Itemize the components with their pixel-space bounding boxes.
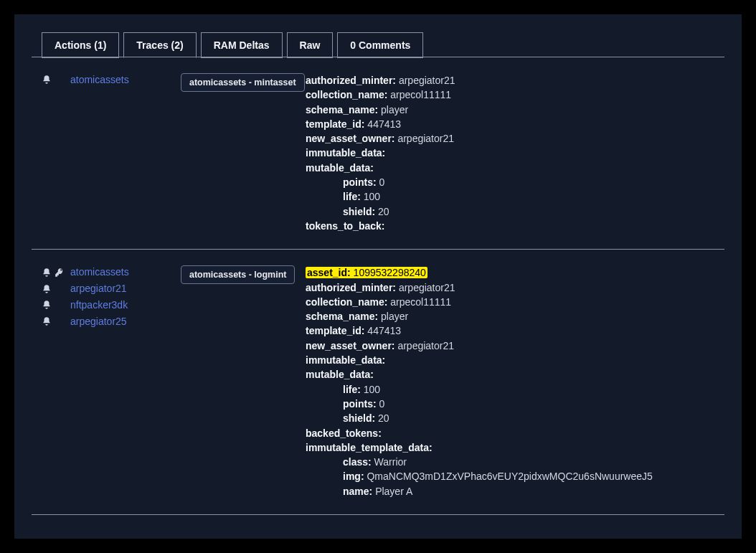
data-key: points: <box>343 398 377 410</box>
data-key: template_id: <box>306 325 364 336</box>
data-row: immutable_data: <box>306 353 720 367</box>
data-value: 20 <box>378 206 389 217</box>
data-key: mutable_data: <box>306 162 374 174</box>
data-row: schema_name: player <box>306 103 720 117</box>
account-row: arpegiator25 <box>42 315 181 329</box>
data-value: arpegiator21 <box>397 340 454 351</box>
data-value: arpegiator21 <box>397 133 454 144</box>
data-key: immutable_data: <box>306 147 385 159</box>
data-key: name: <box>343 486 372 497</box>
data-value: 447413 <box>367 325 401 336</box>
data-key: new_asset_owner: <box>306 133 395 144</box>
data-row: class: Warrior <box>306 455 720 469</box>
account-row: arpegiator21 <box>42 282 181 296</box>
key-icon <box>55 268 65 278</box>
data-value: 1099532298240 <box>354 267 426 278</box>
data-key: immutable_data: <box>306 354 385 366</box>
trace-accounts: atomicassets <box>36 73 181 233</box>
data-row: mutable_data: <box>306 367 720 382</box>
data-key: life: <box>343 384 361 395</box>
data-value: 447413 <box>367 118 401 130</box>
data-key: class: <box>343 456 372 468</box>
contract-action-pill[interactable]: atomicassets - logmint <box>181 265 295 284</box>
data-key: shield: <box>343 206 375 217</box>
data-key: img: <box>343 471 364 482</box>
data-key: backed_tokens: <box>306 427 382 439</box>
data-key: tokens_to_back: <box>306 220 384 232</box>
data-row: asset_id: 1099532298240 <box>306 265 720 280</box>
data-row: shield: 20 <box>306 204 720 219</box>
data-row: authorized_minter: arpegiator21 <box>306 280 720 295</box>
data-key: points: <box>343 176 377 188</box>
tab-actions[interactable]: Actions (1) <box>42 32 119 58</box>
data-value: arpecol11111 <box>390 296 451 308</box>
account-link[interactable]: atomicassets <box>70 73 129 87</box>
data-value: player <box>381 311 408 322</box>
data-value: 0 <box>379 398 385 410</box>
data-row: tokens_to_back: <box>306 219 720 233</box>
data-value: 100 <box>364 384 380 395</box>
data-key: collection_name: <box>306 296 387 308</box>
data-row: img: QmaNCMQ3mD1ZxVPhac6vEUY2pidxwMQC2u6… <box>306 469 720 483</box>
tab-bar: Actions (1) Traces (2) RAM Deltas Raw 0 … <box>42 32 724 57</box>
data-key: new_asset_owner: <box>306 340 395 351</box>
data-key: immutable_template_data: <box>306 442 433 453</box>
data-key: template_id: <box>306 118 364 130</box>
bell-icon <box>42 316 52 326</box>
tab-raw[interactable]: Raw <box>287 32 334 58</box>
data-key: authorized_minter: <box>306 282 396 293</box>
data-row: mutable_data: <box>306 161 720 175</box>
data-row: life: 100 <box>306 189 720 204</box>
data-row: schema_name: player <box>306 309 720 323</box>
bell-icon <box>42 268 52 278</box>
bell-icon <box>42 75 52 85</box>
data-row: authorized_minter: arpegiator21 <box>306 73 720 88</box>
data-value: Player A <box>375 486 412 497</box>
data-row: shield: 20 <box>306 411 720 425</box>
data-value: arpecol11111 <box>390 89 451 100</box>
data-row: collection_name: arpecol11111 <box>306 88 720 102</box>
data-row: points: 0 <box>306 397 720 411</box>
tab-traces[interactable]: Traces (2) <box>123 32 196 58</box>
data-row: life: 100 <box>306 382 720 397</box>
data-row: new_asset_owner: arpegiator21 <box>306 131 720 146</box>
traces-content: atomicassetsatomicassets - mintassetauth… <box>32 57 724 515</box>
data-value: arpegiator21 <box>399 282 455 293</box>
account-link[interactable]: nftpacker3dk <box>70 298 128 312</box>
data-row: new_asset_owner: arpegiator21 <box>306 339 720 353</box>
trace-data: asset_id: 1099532298240authorized_minter… <box>306 265 720 498</box>
account-link[interactable]: atomicassets <box>70 265 129 279</box>
bell-icon <box>42 300 52 310</box>
data-key: schema_name: <box>306 104 378 115</box>
data-key: collection_name: <box>306 89 387 100</box>
account-row: atomicassets <box>42 73 181 87</box>
data-key: mutable_data: <box>306 369 374 380</box>
data-row: template_id: 447413 <box>306 323 720 338</box>
data-value: player <box>381 104 408 115</box>
data-value: arpegiator21 <box>399 75 455 86</box>
trace-row: atomicassetsatomicassets - mintassetauth… <box>32 57 724 250</box>
account-link[interactable]: arpegiator21 <box>70 282 127 296</box>
data-row: points: 0 <box>306 175 720 189</box>
data-value: Warrior <box>374 456 407 468</box>
account-link[interactable]: arpegiator25 <box>70 315 127 329</box>
trace-data: authorized_minter: arpegiator21collectio… <box>306 73 720 233</box>
data-key: asset_id: <box>307 267 351 278</box>
data-key: schema_name: <box>306 311 378 322</box>
data-key: life: <box>343 191 361 202</box>
bell-icon <box>42 284 52 294</box>
data-key: authorized_minter: <box>306 75 396 86</box>
tab-ram-deltas[interactable]: RAM Deltas <box>201 32 283 58</box>
data-row: immutable_template_data: <box>306 440 720 455</box>
data-row: collection_name: arpecol11111 <box>306 295 720 309</box>
trace-accounts: atomicassetsarpegiator21nftpacker3dkarpe… <box>36 265 181 498</box>
data-value: QmaNCMQ3mD1ZxVPhac6vEUY2pidxwMQC2u6sNwuu… <box>367 471 652 482</box>
tab-comments[interactable]: 0 Comments <box>337 32 423 58</box>
data-row: immutable_data: <box>306 146 720 160</box>
account-row: atomicassets <box>42 265 181 279</box>
contract-action-pill[interactable]: atomicassets - mintasset <box>181 73 305 92</box>
data-row: backed_tokens: <box>306 426 720 440</box>
trace-row: atomicassetsarpegiator21nftpacker3dkarpe… <box>32 250 724 515</box>
data-value: 20 <box>378 412 389 424</box>
data-value: 100 <box>364 191 380 202</box>
